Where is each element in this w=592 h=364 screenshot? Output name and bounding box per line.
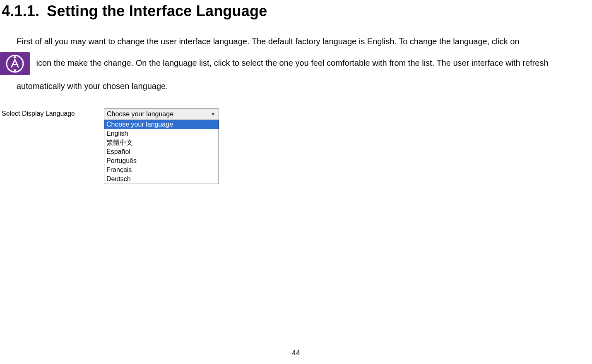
- para-segment-1: First of all you may want to change the …: [17, 37, 519, 46]
- chevron-down-icon: ▼: [211, 112, 215, 117]
- language-dropdown-figure: Select Display Language Choose your lang…: [2, 108, 592, 184]
- page-number: 44: [0, 349, 592, 357]
- dropdown-selected-value: Choose your language: [107, 110, 173, 118]
- dropdown-option[interactable]: Choose your language: [104, 120, 219, 129]
- heading-number: 4.1.1.: [2, 2, 39, 20]
- dropdown-option[interactable]: Français: [104, 165, 219, 175]
- dropdown-option[interactable]: 繁體中文: [104, 138, 219, 147]
- heading-title: Setting the Interface Language: [47, 2, 267, 19]
- section-heading: 4.1.1.Setting the Interface Language: [0, 0, 592, 20]
- dropdown-option[interactable]: Español: [104, 147, 219, 156]
- body-paragraph: First of all you may want to change the …: [0, 20, 592, 97]
- dropdown-option[interactable]: English: [104, 129, 219, 138]
- dropdown-option[interactable]: Português: [104, 156, 219, 165]
- language-select[interactable]: Choose your language ▼ Choose your langu…: [104, 108, 219, 184]
- dropdown-option[interactable]: Deutsch: [104, 175, 219, 184]
- dropdown-closed-row[interactable]: Choose your language ▼: [104, 108, 219, 120]
- language-icon: [0, 52, 30, 75]
- dropdown-open-list[interactable]: Choose your languageEnglish繁體中文EspañolPo…: [104, 120, 219, 184]
- dropdown-label: Select Display Language: [2, 108, 75, 117]
- para-segment-2: icon the make the change. On the languag…: [17, 58, 549, 91]
